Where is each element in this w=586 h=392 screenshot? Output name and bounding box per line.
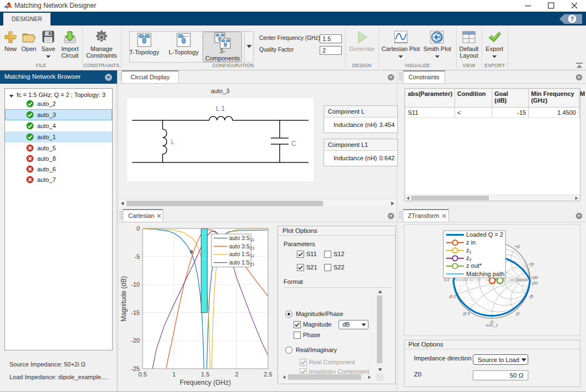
svg-text:-j0.5: -j0.5 [462,312,470,316]
svg-text:+j2: +j2 [514,245,520,249]
svg-text:1.5: 1.5 [201,371,209,378]
svg-text:1: 1 [172,371,175,378]
svg-text:L 1: L 1 [216,105,225,113]
svg-text:Loaded Q = 2: Loaded Q = 2 [466,231,503,238]
svg-text:2.5: 2.5 [264,371,272,378]
svg-text:-j0.2: -j0.2 [448,294,456,299]
svg-text:-15: -15 [131,309,140,316]
svg-text:-20: -20 [131,337,140,344]
svg-text:-10: -10 [131,281,140,288]
svg-text:Matching path: Matching path [466,271,504,277]
svg-text:?: ? [570,16,574,22]
svg-text:Magnitude (dB): Magnitude (dB) [120,276,128,322]
svg-text:+j30: +j30 [531,276,538,280]
svg-text:z out*: z out* [466,262,482,269]
svg-text:+j5: +j5 [528,262,534,267]
svg-text:L: L [171,138,175,146]
svg-text:Frequency (GHz): Frequency (GHz) [180,379,231,386]
svg-text:-j5: -j5 [529,294,533,299]
svg-text:-25: -25 [131,365,140,372]
svg-text:0.0: 0.0 [444,278,449,282]
svg-text:-j30: -j30 [531,281,538,286]
svg-text:C: C [291,140,296,147]
svg-text:-j2: -j2 [515,312,519,316]
svg-text:z in: z in [466,239,476,246]
svg-text:2: 2 [235,371,238,378]
svg-text:-5: -5 [134,253,140,260]
svg-text:0: 0 [137,225,140,232]
svg-text:auto_3: auto_3 [486,323,498,328]
